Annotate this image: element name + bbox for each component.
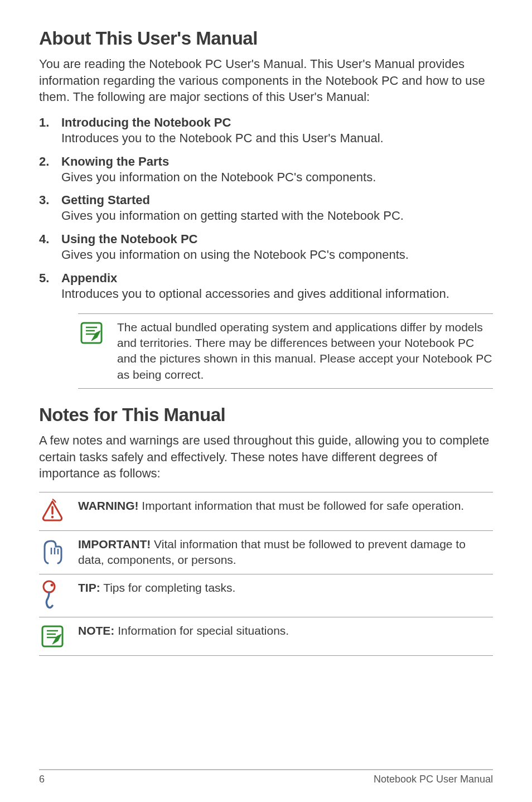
list-item: 4. Using the Notebook PC Gives you infor…	[39, 232, 493, 263]
section1-heading: About This User's Manual	[39, 28, 493, 49]
list-item: 2. Knowing the Parts Gives you informati…	[39, 154, 493, 186]
note-icon	[78, 320, 117, 346]
list-number: 2.	[39, 154, 61, 186]
list-desc: Introduces you to the Notebook PC and th…	[61, 130, 493, 147]
list-title: Getting Started	[61, 193, 493, 207]
list-number: 1.	[39, 115, 61, 147]
note-info-body: Information for special situations.	[114, 624, 289, 637]
list-item: 3. Getting Started Gives you information…	[39, 193, 493, 224]
warning-body: Important information that must be follo…	[139, 499, 465, 512]
list-title: Appendix	[61, 271, 493, 286]
tip-body: Tips for completing tasks.	[100, 581, 236, 594]
svg-point-2	[51, 516, 54, 518]
warning-box: WARNING! Important information that must…	[39, 492, 493, 530]
list-number: 3.	[39, 193, 61, 224]
note-info-icon	[39, 623, 78, 650]
important-label: IMPORTANT!	[78, 538, 151, 550]
note-info-text: NOTE: Information for special situations…	[78, 623, 493, 639]
tip-text: TIP: Tips for completing tasks.	[78, 580, 493, 596]
list-number: 4.	[39, 232, 61, 263]
important-box: IMPORTANT! Vital information that must b…	[39, 530, 493, 574]
sections-list: 1. Introducing the Notebook PC Introduce…	[39, 115, 493, 302]
page-footer: 6 Notebook PC User Manual	[39, 769, 493, 785]
list-title: Introducing the Notebook PC	[61, 115, 493, 130]
section2-heading: Notes for This Manual	[39, 404, 493, 426]
note-text: The actual bundled operating system and …	[117, 320, 493, 383]
list-title: Knowing the Parts	[61, 154, 493, 169]
list-desc: Gives you information on using the Noteb…	[61, 247, 493, 263]
list-desc: Gives you information on the Notebook PC…	[61, 169, 493, 186]
list-desc: Introduces you to optional accessories a…	[61, 286, 493, 302]
note-info-label: NOTE:	[78, 624, 114, 637]
warning-text: WARNING! Important information that must…	[78, 498, 493, 514]
list-item: 5. Appendix Introduces you to optional a…	[39, 271, 493, 302]
page-number: 6	[39, 774, 45, 785]
tip-box: TIP: Tips for completing tasks.	[39, 574, 493, 617]
svg-point-7	[51, 583, 54, 586]
important-text: IMPORTANT! Vital information that must b…	[78, 537, 493, 568]
list-number: 5.	[39, 271, 61, 302]
note-box: The actual bundled operating system and …	[78, 313, 493, 389]
section2-intro: A few notes and warnings are used throug…	[39, 432, 493, 482]
tip-icon	[39, 580, 78, 611]
footer-title: Notebook PC User Manual	[374, 774, 493, 785]
list-item: 1. Introducing the Notebook PC Introduce…	[39, 115, 493, 147]
warning-label: WARNING!	[78, 499, 139, 512]
important-icon	[39, 537, 78, 566]
list-desc: Gives you information on getting started…	[61, 207, 493, 224]
svg-point-6	[43, 581, 55, 592]
section1-intro: You are reading the Notebook PC User's M…	[39, 56, 493, 105]
note-info-box: NOTE: Information for special situations…	[39, 617, 493, 656]
list-title: Using the Notebook PC	[61, 232, 493, 247]
warning-icon	[39, 498, 78, 525]
tip-label: TIP:	[78, 581, 100, 594]
